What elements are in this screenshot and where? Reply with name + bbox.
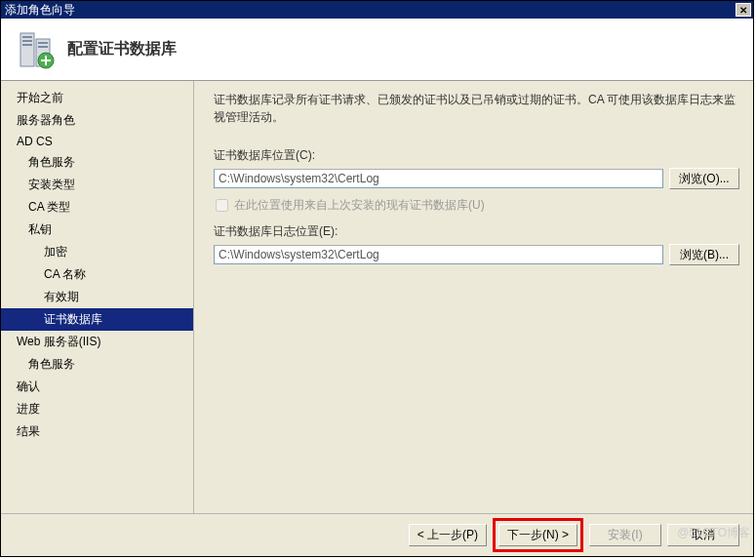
prev-button[interactable]: < 上一步(P) [409,524,487,546]
svg-rect-2 [22,40,32,42]
sidebar-item-iis[interactable]: Web 服务器(IIS) [1,331,193,353]
server-role-icon [15,29,56,70]
close-icon[interactable]: ✕ [736,3,751,17]
svg-rect-5 [38,42,48,44]
page-title: 配置证书数据库 [67,39,177,60]
sidebar-item-ca-name[interactable]: CA 名称 [1,263,193,286]
browse-db-button[interactable]: 浏览(O)... [669,168,739,189]
sidebar-item-begin[interactable]: 开始之前 [1,87,193,109]
sidebar-item-cryptography[interactable]: 加密 [1,241,193,263]
header: 配置证书数据库 [1,19,753,81]
log-location-input[interactable] [214,245,663,264]
highlight-marker: 下一步(N) > [493,518,583,552]
sidebar: 开始之前 服务器角色 AD CS 角色服务 安装类型 CA 类型 私钥 加密 C… [1,81,194,513]
body: 开始之前 服务器角色 AD CS 角色服务 安装类型 CA 类型 私钥 加密 C… [1,81,753,513]
titlebar: 添加角色向导 ✕ [1,1,753,19]
browse-log-button[interactable]: 浏览(B)... [669,244,739,265]
db-location-label: 证书数据库位置(C): [214,147,739,164]
reuse-checkbox-label: 在此位置使用来自上次安装的现有证书数据库(U) [234,197,485,214]
window-title: 添加角色向导 [5,2,75,19]
sidebar-item-setup-type[interactable]: 安装类型 [1,174,193,196]
sidebar-item-server-roles[interactable]: 服务器角色 [1,109,193,132]
sidebar-item-iis-role-services[interactable]: 角色服务 [1,353,193,376]
sidebar-item-confirm[interactable]: 确认 [1,376,193,398]
log-location-label: 证书数据库日志位置(E): [214,223,739,240]
sidebar-item-ca-type[interactable]: CA 类型 [1,196,193,219]
description-text: 证书数据库记录所有证书请求、已颁发的证书以及已吊销或过期的证书。CA 可使用该数… [214,91,739,126]
sidebar-item-role-services[interactable]: 角色服务 [1,151,193,174]
sidebar-item-cert-db[interactable]: 证书数据库 [1,308,193,331]
next-button[interactable]: 下一步(N) > [498,524,577,546]
content-pane: 证书数据库记录所有证书请求、已颁发的证书以及已吊销或过期的证书。CA 可使用该数… [194,81,753,513]
sidebar-item-private-key[interactable]: 私钥 [1,219,193,241]
svg-rect-9 [41,60,51,61]
cancel-button[interactable]: 取消 [667,524,739,546]
db-location-input[interactable] [214,169,663,188]
footer: < 上一步(P) 下一步(N) > 安装(I) 取消 [1,513,753,556]
reuse-checkbox [216,199,228,212]
sidebar-item-progress[interactable]: 进度 [1,398,193,420]
svg-rect-0 [20,33,34,66]
sidebar-item-results[interactable]: 结果 [1,420,193,443]
svg-rect-6 [38,46,48,48]
svg-rect-3 [22,44,32,46]
svg-rect-1 [22,36,32,38]
sidebar-item-validity[interactable]: 有效期 [1,286,193,308]
reuse-checkbox-row: 在此位置使用来自上次安装的现有证书数据库(U) [214,197,739,214]
wizard-window: 添加角色向导 ✕ 配置证书数据库 开始之前 服务器角色 AD CS 角 [0,0,754,557]
sidebar-item-adcs[interactable]: AD CS [1,132,193,151]
install-button: 安装(I) [589,524,661,546]
